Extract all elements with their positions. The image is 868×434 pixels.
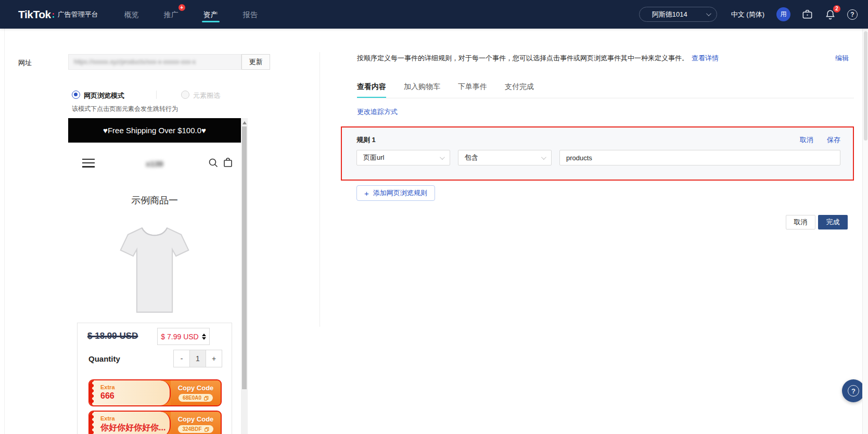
top-navbar: TikTok 广告管理平台 概览 推广 + 资产 报告 阿斯德1014 中文 (… — [0, 0, 868, 29]
url-label: 网址 — [18, 58, 32, 68]
coupon-code: 68E0A0 — [183, 395, 201, 401]
copy-code-label: Copy Code — [178, 384, 214, 392]
tiktok-logo-colon-icon — [53, 13, 54, 18]
coupon-name: 你好你好你好你... — [100, 423, 170, 433]
coupon-name: 666 — [100, 391, 170, 401]
help-icon: ? — [848, 385, 859, 397]
platform-title: 广告管理平台 — [58, 10, 98, 19]
quantity-stepper: - 1 + — [173, 350, 222, 367]
briefcase-icon — [801, 8, 813, 20]
coupon-card: Extra 666 Copy Code 68E0A0 — [88, 379, 222, 406]
plus-icon: + — [364, 189, 369, 197]
account-selector[interactable]: 阿斯德1014 — [639, 7, 717, 22]
product-title: 示例商品一 — [68, 194, 241, 207]
tab-view-content[interactable]: 查看内容 — [357, 82, 386, 92]
url-value-blurred: https://xxxxx.xyz/products/xxx-x-xxxxx-x… — [74, 58, 196, 66]
shop-header: x139 — [68, 143, 241, 183]
page-scrollbar[interactable] — [862, 29, 868, 434]
help-icon: ? — [847, 9, 858, 20]
website-preview: ♥Free Shipping Over $100.0♥ x139 示例商品一 $… — [68, 118, 241, 434]
add-rule-button[interactable]: + 添加网页浏览规则 — [356, 185, 435, 201]
rule-field-select[interactable]: 页面url — [356, 150, 450, 165]
web-browse-mode-label[interactable]: 网页浏览模式 — [84, 91, 124, 100]
sale-price-box: $ 7.99 USD — [157, 328, 210, 345]
event-tabs: 查看内容 加入购物车 下单事件 支付完成 — [357, 82, 854, 98]
product-image-tshirt — [118, 221, 192, 319]
radio-web-browse-mode[interactable] — [72, 91, 80, 99]
rule-value-input[interactable] — [559, 150, 840, 165]
copy-code-label: Copy Code — [178, 415, 214, 423]
notification-badge: 2 — [833, 5, 840, 12]
page-scrollbar-thumb[interactable] — [864, 31, 867, 141]
chevron-down-icon — [541, 155, 546, 160]
rules-description: 按顺序定义每一事件的详细规则，对于每一个事件，您可以选择点击事件或网页浏览事件其… — [357, 54, 719, 63]
nav-item-promotion[interactable]: 推广 + — [164, 1, 178, 29]
nav-item-overview[interactable]: 概览 — [124, 1, 139, 29]
preview-scrollbar[interactable] — [241, 118, 248, 434]
rule-save-link[interactable]: 保存 — [827, 135, 840, 145]
coupon-scallop-edge — [90, 412, 94, 434]
rule-title: 规则 1 — [356, 135, 376, 145]
main-nav: 概览 推广 + 资产 报告 — [124, 1, 258, 29]
shipping-banner: ♥Free Shipping Over $100.0♥ — [68, 118, 241, 143]
done-button[interactable]: 完成 — [818, 215, 848, 229]
copy-icon — [204, 427, 209, 432]
cancel-button[interactable]: 取消 — [786, 215, 815, 229]
details-link[interactable]: 查看详情 — [692, 54, 719, 62]
coupon-code-button[interactable]: 68E0A0 — [178, 394, 213, 402]
scroll-up-icon[interactable] — [242, 121, 247, 124]
help-fab[interactable]: ? — [842, 379, 865, 402]
coupon-card: Extra 你好你好你好你... Copy Code 324BDF — [88, 411, 222, 434]
price-stepper-icon[interactable] — [202, 334, 206, 340]
change-tracking-link[interactable]: 更改追踪方式 — [357, 107, 398, 117]
avatar[interactable]: 用 — [776, 7, 790, 21]
chevron-down-icon — [706, 11, 711, 16]
update-button[interactable]: 更新 — [241, 54, 270, 70]
product-info-card: $ 18.99 USD $ 7.99 USD Quantity - 1 + Ex… — [77, 323, 232, 434]
business-center-button[interactable] — [801, 8, 813, 20]
preview-scrollbar-thumb[interactable] — [242, 126, 247, 389]
coupon-tag: Extra — [100, 384, 170, 390]
account-name: 阿斯德1014 — [652, 10, 687, 19]
nav-item-assets[interactable]: 资产 — [203, 1, 218, 29]
copy-icon — [203, 395, 209, 401]
notifications-button[interactable]: 2 — [824, 8, 836, 20]
tab-add-to-cart[interactable]: 加入购物车 — [404, 82, 440, 92]
rule-operator-select[interactable]: 包含 — [458, 150, 552, 165]
mode-note: 该模式下点击页面元素会发生跳转行为 — [72, 105, 178, 113]
mode-divider — [156, 91, 157, 99]
rule-cancel-link[interactable]: 取消 — [800, 135, 813, 145]
radio-element-select-mode[interactable] — [181, 91, 189, 99]
navbar-right: 阿斯德1014 中文 (简体) 用 2 ? — [639, 7, 858, 22]
rule-operator-value: 包含 — [465, 153, 478, 162]
left-edge-divider — [4, 29, 5, 434]
tab-payment-complete[interactable]: 支付完成 — [505, 82, 534, 92]
coupon-code-button[interactable]: 324BDF — [178, 425, 213, 433]
sale-price: $ 7.99 USD — [161, 333, 198, 341]
panel-divider — [320, 52, 320, 327]
rule-field-value: 页面url — [363, 153, 384, 162]
coupon-tag: Extra — [100, 415, 170, 422]
language-switch[interactable]: 中文 (简体) — [731, 10, 764, 19]
nav-item-reports[interactable]: 报告 — [243, 1, 258, 29]
quantity-value: 1 — [190, 350, 206, 367]
rule-card: 规则 1 取消 保存 页面url 包含 — [341, 126, 854, 181]
cart-bag-icon[interactable] — [222, 157, 234, 170]
promotion-badge: + — [178, 4, 185, 11]
quantity-minus-button[interactable]: - — [174, 350, 190, 367]
url-input[interactable]: https://xxxxx.xyz/products/xxx-x-xxxxx-x… — [68, 54, 241, 70]
coupon-scallop-edge — [90, 380, 94, 405]
chevron-down-icon — [440, 155, 445, 160]
edit-link[interactable]: 编辑 — [835, 54, 849, 63]
quantity-label: Quantity — [88, 354, 120, 363]
tiktok-logo-text: TikTok — [18, 8, 51, 21]
coupon-code: 324BDF — [182, 426, 201, 432]
tab-place-order[interactable]: 下单事件 — [458, 82, 487, 92]
help-button[interactable]: ? — [847, 9, 858, 20]
search-icon[interactable] — [208, 157, 219, 171]
quantity-plus-button[interactable]: + — [206, 350, 222, 367]
tiktok-logo: TikTok 广告管理平台 — [18, 8, 98, 21]
old-price: $ 18.99 USD — [87, 331, 138, 341]
element-select-mode-label: 元素圈选 — [193, 91, 220, 100]
